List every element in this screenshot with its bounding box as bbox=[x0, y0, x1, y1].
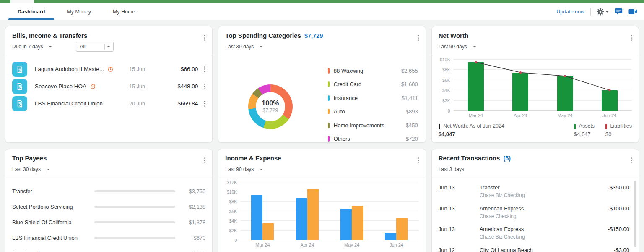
legend-item: Credit Card$1,600 bbox=[328, 78, 418, 92]
payees-period-filter[interactable]: Last 30 days bbox=[12, 166, 49, 172]
card-title: Bills, Income & Transfers bbox=[12, 32, 87, 39]
transaction-payee: City Of Laguna Beach bbox=[480, 247, 592, 252]
tab-my-home[interactable]: My Home bbox=[102, 3, 146, 20]
legend-label: Credit Card bbox=[334, 81, 401, 87]
payee-name: Seacove Place HOA bbox=[35, 83, 86, 89]
kebab-menu-icon[interactable] bbox=[203, 100, 207, 108]
bill-row[interactable]: Laguna Audobon II Maste... 15 Jun $66.00 bbox=[5, 60, 212, 78]
kebab-menu-icon[interactable] bbox=[629, 34, 633, 42]
payee-name: Laguna Audobon II Maste... bbox=[35, 66, 104, 72]
x-axis-labels: Mar 24Apr 24May 24Jun 24 bbox=[240, 242, 418, 247]
legend-amount: $450 bbox=[406, 122, 418, 129]
payee-bar-track bbox=[94, 190, 175, 192]
divider bbox=[46, 44, 46, 50]
kebab-menu-icon[interactable] bbox=[416, 34, 420, 42]
payee-name: LBS Financial Credit Union bbox=[35, 100, 103, 107]
bill-document-icon bbox=[12, 79, 27, 94]
bar-group bbox=[240, 182, 285, 240]
card-header: Bills, Income & Transfers Due in 7 days … bbox=[5, 26, 212, 55]
kebab-menu-icon[interactable] bbox=[629, 156, 633, 165]
payee-row: Transfer$3,750 bbox=[5, 184, 212, 199]
x-tick-label: Mar 24 bbox=[454, 113, 498, 118]
filter-label: Due in 7 days bbox=[12, 44, 43, 50]
kebab-menu-icon[interactable] bbox=[416, 156, 420, 165]
bar-group bbox=[543, 60, 587, 111]
income-expense-period-filter[interactable]: Last 90 days bbox=[225, 166, 262, 172]
spending-period-filter[interactable]: Last 30 days bbox=[225, 44, 262, 50]
transaction-amount: -$3.00 bbox=[592, 247, 629, 252]
kebab-menu-icon[interactable] bbox=[203, 65, 207, 74]
y-tick-label: 0 bbox=[234, 238, 237, 243]
transaction-row[interactable]: Jun 13 TransferChase Biz Checking -$350.… bbox=[439, 181, 629, 202]
payee-row: LBS Financial Credit Union$670 bbox=[5, 230, 212, 246]
card-income-expense: Income & Expense Last 90 days $12K$10K$8… bbox=[218, 149, 426, 252]
x-tick-label: Apr 24 bbox=[285, 242, 330, 247]
legend-marker bbox=[328, 81, 330, 87]
bill-row[interactable]: Seacove Place HOA 15 Jun $448.00 bbox=[5, 78, 212, 95]
liabilities-label: Liabilities bbox=[610, 123, 632, 129]
bills-account-select[interactable]: All bbox=[76, 42, 114, 52]
filter-label: Last 3 days bbox=[439, 166, 464, 172]
bills-list: Laguna Audobon II Maste... 15 Jun $66.00… bbox=[5, 55, 212, 112]
transactions-list: Jun 13 TransferChase Biz Checking -$350.… bbox=[432, 178, 639, 252]
bar-expense bbox=[262, 223, 274, 240]
transaction-row[interactable]: Jun 13 American ExpressChase Checking -$… bbox=[439, 202, 629, 223]
networth-chart: $10K$8K$6K$4K$2K0 Mar 24Apr 24May 24Jun … bbox=[432, 55, 639, 118]
spending-legend: 88 Waxwing$2,655 Credit Card$1,600 Insur… bbox=[315, 63, 418, 143]
y-axis: $10K$8K$6K$4K$2K0 bbox=[439, 60, 454, 111]
alarm-clock-icon bbox=[90, 83, 96, 89]
tab-my-money[interactable]: My Money bbox=[56, 3, 102, 20]
legend-label: 88 Waxwing bbox=[334, 68, 401, 74]
y-tick-label: $12K bbox=[227, 180, 237, 185]
income-expense-chart: $12K$10K$8K$6K$4K$2K0 Mar 24Apr 24May 24… bbox=[218, 178, 425, 247]
transaction-row[interactable]: Jun 13 American ExpressChase Biz Checkin… bbox=[439, 223, 629, 244]
networth-period-filter[interactable]: Last 90 days bbox=[439, 44, 476, 50]
x-axis-labels: Mar 24Apr 24May 24Jun 24 bbox=[454, 113, 632, 118]
settings-button[interactable] bbox=[597, 8, 609, 16]
tab-label: Dashboard bbox=[18, 9, 45, 15]
card-header: Income & Expense Last 90 days bbox=[218, 149, 425, 178]
kebab-menu-icon[interactable] bbox=[203, 34, 207, 42]
divider bbox=[44, 167, 44, 172]
bar-income bbox=[251, 195, 262, 240]
networth-legend-marker bbox=[439, 124, 440, 129]
chevron-down-icon bbox=[605, 11, 609, 14]
card-title: Top Spending Categories bbox=[225, 32, 301, 39]
transaction-payee: American Express bbox=[480, 226, 592, 232]
legend-marker bbox=[328, 109, 330, 114]
payee-row: Select Portfolio Servicing$2,138 bbox=[5, 199, 212, 215]
legend-amount: $2,655 bbox=[401, 68, 418, 74]
due-date: 15 Jun bbox=[129, 66, 168, 72]
networth-footer: Net Worth: As of Jun 2024 $4,047 Assets … bbox=[432, 118, 639, 137]
kebab-menu-icon[interactable] bbox=[203, 82, 207, 91]
legend-item: 88 Waxwing$2,655 bbox=[328, 64, 418, 78]
bills-duedate-filter[interactable]: Due in 7 days bbox=[12, 44, 52, 50]
card-bills-income-transfers: Bills, Income & Transfers Due in 7 days … bbox=[5, 26, 213, 143]
video-button[interactable] bbox=[628, 8, 637, 15]
payee-name: American Express bbox=[12, 250, 94, 252]
card-title: Net Worth bbox=[439, 32, 468, 39]
transaction-row[interactable]: Jun 12 City Of Laguna BeachChase Checkin… bbox=[439, 244, 629, 252]
app-window: Dashboard My Money My Home Update now bbox=[0, 0, 644, 252]
spending-body: 100% $7,729 88 Waxwing$2,655 Credit Card… bbox=[218, 55, 425, 143]
legend-item: Home Improvements$450 bbox=[328, 118, 418, 132]
bill-amount: $66.00 bbox=[168, 66, 198, 72]
legend-label: Insurance bbox=[334, 95, 402, 101]
bar-income bbox=[340, 209, 352, 240]
payee-name: Select Portfolio Servicing bbox=[12, 204, 94, 210]
transaction-account: Chase Biz Checking bbox=[480, 192, 592, 198]
bill-row[interactable]: LBS Financial Credit Union 20 Jun $669.8… bbox=[5, 95, 212, 112]
divider bbox=[257, 44, 257, 50]
tab-dashboard[interactable]: Dashboard bbox=[7, 3, 56, 20]
kebab-menu-icon[interactable] bbox=[203, 156, 207, 165]
payee-name: LBS Financial Credit Union bbox=[12, 235, 94, 241]
payee-row: Blue Shield Of California$1,378 bbox=[5, 215, 212, 230]
alarm-clock-icon bbox=[107, 66, 114, 72]
update-now-link[interactable]: Update now bbox=[556, 9, 584, 15]
x-tick-label: May 24 bbox=[330, 242, 374, 247]
feedback-button[interactable] bbox=[615, 8, 623, 15]
scrollbar-thumb[interactable] bbox=[634, 181, 636, 247]
divider bbox=[590, 8, 591, 16]
bar-assets bbox=[602, 90, 618, 111]
bill-document-icon bbox=[12, 96, 27, 111]
